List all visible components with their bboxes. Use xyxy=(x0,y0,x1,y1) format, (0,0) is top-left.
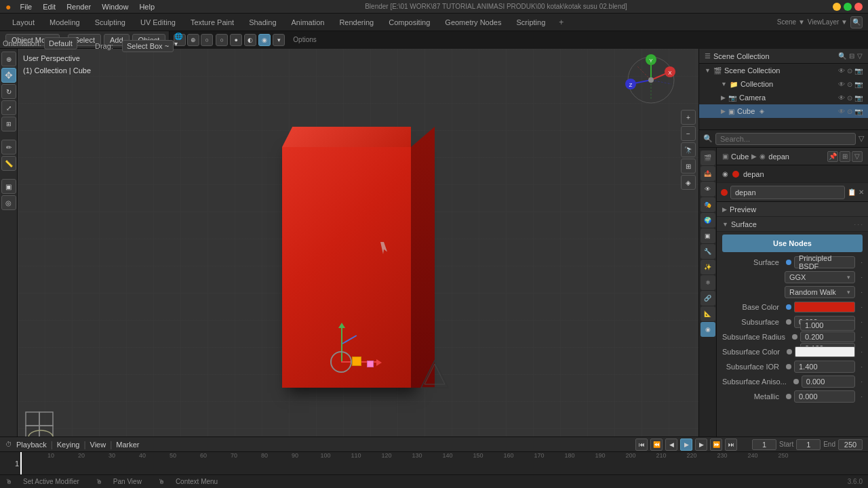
tab-object-data[interactable]: 📐 xyxy=(701,306,715,321)
jump-start-btn[interactable]: ⏮ xyxy=(635,439,648,451)
prev-frame-btn[interactable]: ◀ xyxy=(665,439,677,451)
measure-tool[interactable]: 📏 xyxy=(1,156,16,171)
scene-hide-icon[interactable]: 👁 xyxy=(838,67,845,75)
tab-rendering[interactable]: Rendering xyxy=(332,16,380,29)
principled-bsdf-field[interactable]: Principled BSDF xyxy=(794,256,855,268)
add-cube-tool[interactable]: ▣ xyxy=(1,179,16,194)
pin-icon[interactable]: 📌 xyxy=(827,151,838,162)
navigation-gizmo[interactable]: X Y Z xyxy=(624,53,678,107)
zoom-in-btn[interactable]: + xyxy=(681,110,696,125)
props-filter-icon[interactable]: ▽ xyxy=(859,134,864,143)
red-cube-object[interactable] xyxy=(282,147,411,388)
menu-help[interactable]: Help xyxy=(134,1,159,12)
mat-delete[interactable]: ✕ xyxy=(859,188,864,196)
move-tool[interactable]: ✥ xyxy=(1,68,16,83)
col-restrict-icon[interactable]: ⊙ xyxy=(847,81,852,88)
surface-section-header[interactable]: ▼ Surface · · · xyxy=(717,217,868,232)
tab-particles[interactable]: ✨ xyxy=(701,260,715,274)
mat-name-field[interactable]: depan xyxy=(730,186,845,199)
end-frame-field[interactable]: 250 xyxy=(838,439,863,450)
tab-uv-editing[interactable]: UV Editing xyxy=(134,16,182,29)
engine-selector[interactable]: Scene ▼ xyxy=(777,18,805,26)
copy-icon[interactable]: ⊞ xyxy=(840,151,850,162)
col-hide-icon[interactable]: 👁 xyxy=(838,81,845,88)
proportional-edit[interactable]: ○ xyxy=(201,34,213,46)
tab-output[interactable]: 📤 xyxy=(701,166,715,181)
cam-render-icon[interactable]: 📷 xyxy=(854,94,863,102)
subsurface-color-swatch[interactable] xyxy=(795,346,855,357)
subsurface-ior-value[interactable]: 1.400 xyxy=(794,361,855,373)
viewlayer-selector[interactable]: ViewLayer ▼ xyxy=(808,18,848,26)
use-nodes-button[interactable]: Use Nodes xyxy=(722,235,863,252)
breadcrumb-cube[interactable]: Cube xyxy=(731,152,749,161)
menu-window[interactable]: Window xyxy=(97,1,133,12)
tab-scripting[interactable]: Scripting xyxy=(509,16,552,29)
shading-options[interactable]: ▾ xyxy=(273,34,285,46)
tab-render[interactable]: 🎬 xyxy=(701,150,715,165)
marker-menu[interactable]: Marker xyxy=(116,441,139,449)
mat-name-options[interactable]: 📋 xyxy=(848,188,856,196)
zoom-camera-btn[interactable]: 🔭 xyxy=(681,142,696,157)
subaniso-dot[interactable] xyxy=(793,379,799,384)
props-search-input[interactable] xyxy=(715,133,856,145)
cube-restrict-icon[interactable]: ⊙ xyxy=(847,108,852,115)
subrad-val2[interactable]: 0.200 xyxy=(800,331,856,342)
outliner-scene-collection[interactable]: ▼ 🎬 Scene Collection 👁 ⊙ 📷 xyxy=(699,64,868,77)
subcol-dot[interactable] xyxy=(787,349,792,354)
cube-hide-icon[interactable]: 👁 xyxy=(838,108,845,115)
annotate-tool[interactable]: ✏ xyxy=(1,140,16,155)
menu-file[interactable]: File xyxy=(15,1,37,12)
tab-object[interactable]: ▣ xyxy=(701,228,715,243)
base-color-swatch[interactable] xyxy=(794,302,855,312)
subrad-val1[interactable]: 1.000 xyxy=(800,320,856,331)
prev-keyframe-btn[interactable]: ⏪ xyxy=(650,439,663,451)
cam-hide-icon[interactable]: 👁 xyxy=(838,94,845,102)
minimize-button[interactable] xyxy=(833,3,841,11)
tab-modifier[interactable]: 🔧 xyxy=(701,244,715,259)
next-keyframe-btn[interactable]: ⏩ xyxy=(710,439,722,451)
tab-scene[interactable]: 🎭 xyxy=(701,197,715,212)
solid-shading[interactable]: ● xyxy=(230,34,242,46)
start-frame-field[interactable]: 1 xyxy=(796,439,821,450)
metallic-dot[interactable] xyxy=(786,394,791,399)
cursor-tool[interactable]: ⊕ xyxy=(1,52,16,66)
tab-constraints[interactable]: 🔗 xyxy=(701,291,715,306)
close-button[interactable] xyxy=(854,3,863,11)
view-all-btn[interactable]: ⊞ xyxy=(681,159,696,174)
base-color-dot[interactable] xyxy=(786,304,791,310)
next-frame-btn[interactable]: ▶ xyxy=(695,439,707,451)
keying-menu[interactable]: Keying xyxy=(57,441,80,449)
maximize-button[interactable] xyxy=(844,3,852,11)
ggx-dropdown[interactable]: GGX ▾ xyxy=(785,271,855,283)
jump-end-btn[interactable]: ⏭ xyxy=(725,439,737,451)
playhead[interactable] xyxy=(20,452,22,474)
search-button[interactable]: 🔍 xyxy=(850,16,863,28)
timeline-content[interactable]: 10 20 30 40 50 60 70 80 90 100 110 120 1… xyxy=(0,452,868,474)
random-walk-dropdown[interactable]: Random Walk ▾ xyxy=(785,286,855,298)
play-btn[interactable]: ▶ xyxy=(680,439,692,451)
orientation-dropdown[interactable]: Default xyxy=(44,37,77,49)
metallic-value-field[interactable]: 0.000 xyxy=(794,390,855,403)
transform-tool[interactable]: ⊞ xyxy=(1,117,16,131)
scene-render-icon[interactable]: 📷 xyxy=(854,67,863,75)
filter-icon[interactable]: ▽ xyxy=(852,151,863,162)
playback-menu[interactable]: Playback xyxy=(16,441,47,449)
outliner-filter2[interactable]: ▽ xyxy=(857,52,863,60)
view-menu[interactable]: View xyxy=(90,441,106,449)
local-view-btn[interactable]: ◈ xyxy=(681,175,696,190)
outliner-camera[interactable]: ▶ 📷 Camera 👁 ⊙ 📷 xyxy=(699,91,868,104)
tab-material[interactable]: ◉ xyxy=(701,322,715,337)
tab-shading[interactable]: Shading xyxy=(242,16,283,29)
tab-layout[interactable]: Layout xyxy=(5,16,41,29)
tab-view-layer[interactable]: 👁 xyxy=(701,182,715,197)
viewport[interactable]: User Perspective (1) Collection | Cube xyxy=(18,49,698,450)
breadcrumb-depan[interactable]: depan xyxy=(768,152,789,161)
tab-texture-paint[interactable]: Texture Paint xyxy=(184,16,241,29)
current-frame-field[interactable]: 1 xyxy=(752,439,776,450)
outliner-collection[interactable]: ▼ 📁 Collection 👁 ⊙ 📷 xyxy=(707,77,868,91)
add-object-tool[interactable]: ◎ xyxy=(1,195,16,210)
wireframe-shading[interactable]: ○ xyxy=(216,34,228,46)
outliner-sort[interactable]: ⊟ xyxy=(849,52,854,60)
global-dropdown[interactable]: 🌐▾ xyxy=(174,34,186,46)
material-preview[interactable]: ◐ xyxy=(244,34,256,46)
